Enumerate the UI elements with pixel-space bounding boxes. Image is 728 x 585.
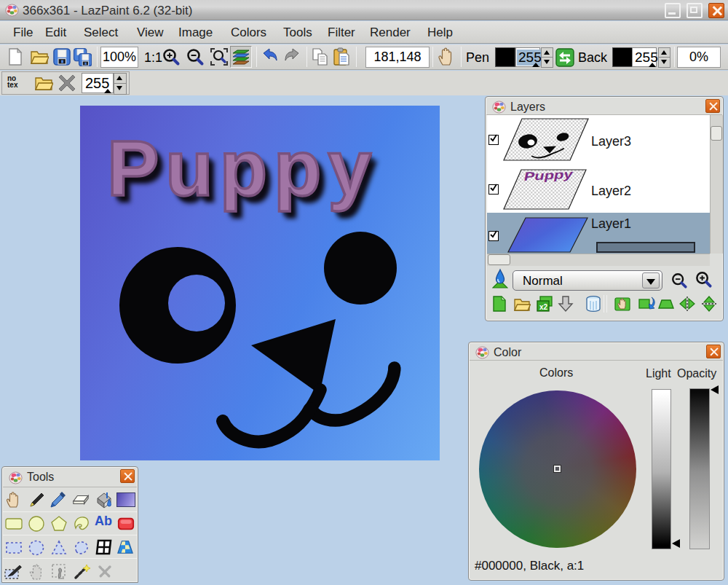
svg-text:x2: x2: [539, 303, 548, 311]
svg-text:Puppy: Puppy: [523, 167, 574, 183]
